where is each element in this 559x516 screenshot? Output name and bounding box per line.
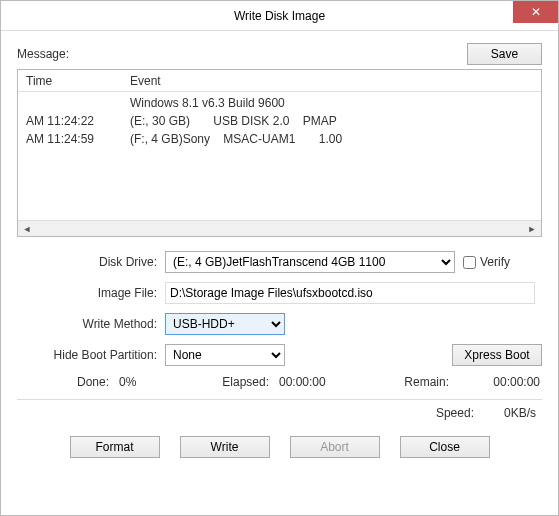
speed-label: Speed: — [436, 406, 474, 420]
write-method-label: Write Method: — [17, 317, 165, 331]
speed-row: Speed: 0KB/s — [17, 406, 542, 420]
scroll-right-icon[interactable]: ► — [525, 223, 539, 235]
verify-checkbox[interactable] — [463, 256, 476, 269]
remain-label: Remain: — [359, 375, 449, 389]
done-label: Done: — [19, 375, 109, 389]
close-button[interactable]: Close — [400, 436, 490, 458]
log-header-time[interactable]: Time — [18, 74, 126, 88]
abort-button: Abort — [290, 436, 380, 458]
progress-stats: Done: 0% Elapsed: 00:00:00 Remain: 00:00… — [17, 375, 542, 389]
log-header-event[interactable]: Event — [126, 74, 541, 88]
log-event: Windows 8.1 v6.3 Build 9600 — [126, 96, 541, 110]
image-file-label: Image File: — [17, 286, 165, 300]
xpress-boot-button[interactable]: Xpress Boot — [452, 344, 542, 366]
log-body: Windows 8.1 v6.3 Build 9600 AM 11:24:22 … — [18, 92, 541, 220]
log-event: (E:, 30 GB) USB DISK 2.0 PMAP — [126, 114, 541, 128]
hide-boot-label: Hide Boot Partition: — [17, 348, 165, 362]
content-area: Message: Save Time Event Windows 8.1 v6.… — [1, 31, 558, 515]
verify-label: Verify — [480, 255, 510, 269]
action-buttons: Format Write Abort Close — [17, 436, 542, 458]
close-icon: ✕ — [531, 5, 541, 19]
log-event: (F:, 4 GB)Sony MSAC-UAM1 1.00 — [126, 132, 541, 146]
log-row[interactable]: AM 11:24:22 (E:, 30 GB) USB DISK 2.0 PMA… — [18, 112, 541, 130]
elapsed-value: 00:00:00 — [269, 375, 359, 389]
dialog-window: Write Disk Image ✕ Message: Save Time Ev… — [0, 0, 559, 516]
verify-checkbox-wrap[interactable]: Verify — [463, 255, 510, 269]
remain-value: 00:00:00 — [449, 375, 540, 389]
log-time: AM 11:24:22 — [18, 114, 126, 128]
format-button[interactable]: Format — [70, 436, 160, 458]
log-row[interactable]: Windows 8.1 v6.3 Build 9600 — [18, 94, 541, 112]
form-area: Disk Drive: (E:, 4 GB)JetFlashTranscend … — [17, 251, 542, 389]
done-value: 0% — [109, 375, 179, 389]
write-method-select[interactable]: USB-HDD+ — [165, 313, 285, 335]
separator — [17, 399, 542, 400]
elapsed-label: Elapsed: — [179, 375, 269, 389]
save-button[interactable]: Save — [467, 43, 542, 65]
disk-drive-select[interactable]: (E:, 4 GB)JetFlashTranscend 4GB 1100 — [165, 251, 455, 273]
window-close-button[interactable]: ✕ — [513, 1, 558, 23]
window-title: Write Disk Image — [234, 9, 325, 23]
image-file-input[interactable] — [165, 282, 535, 304]
write-button[interactable]: Write — [180, 436, 270, 458]
titlebar: Write Disk Image ✕ — [1, 1, 558, 31]
log-list: Time Event Windows 8.1 v6.3 Build 9600 A… — [17, 69, 542, 237]
log-header: Time Event — [18, 70, 541, 92]
log-time: AM 11:24:59 — [18, 132, 126, 146]
hide-boot-select[interactable]: None — [165, 344, 285, 366]
speed-value: 0KB/s — [504, 406, 536, 420]
scroll-left-icon[interactable]: ◄ — [20, 223, 34, 235]
message-label: Message: — [17, 47, 69, 61]
horizontal-scrollbar[interactable]: ◄ ► — [18, 220, 541, 236]
log-row[interactable]: AM 11:24:59 (F:, 4 GB)Sony MSAC-UAM1 1.0… — [18, 130, 541, 148]
disk-drive-label: Disk Drive: — [17, 255, 165, 269]
